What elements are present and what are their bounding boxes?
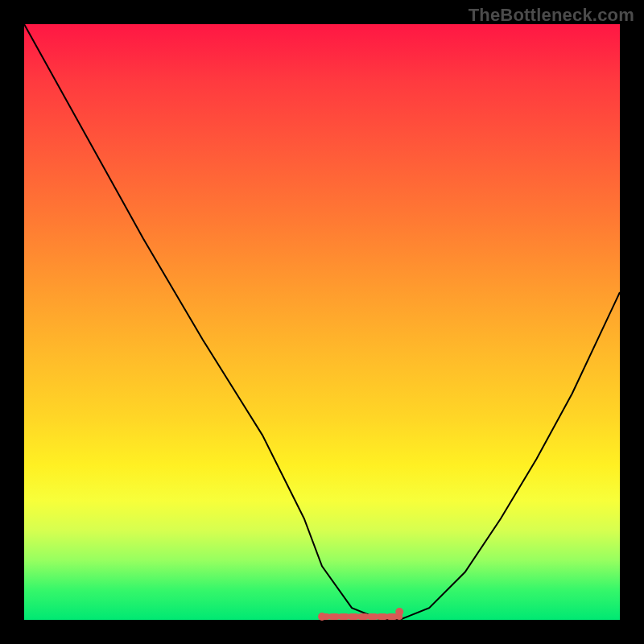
optimal-band-dot-left	[318, 613, 326, 621]
chart-svg	[24, 24, 620, 620]
optimal-band-dot-right	[395, 608, 403, 616]
chart-frame: TheBottleneck.com	[0, 0, 644, 644]
bottleneck-curve	[24, 24, 620, 620]
watermark-text: TheBottleneck.com	[469, 5, 634, 26]
plot-area	[24, 24, 620, 620]
